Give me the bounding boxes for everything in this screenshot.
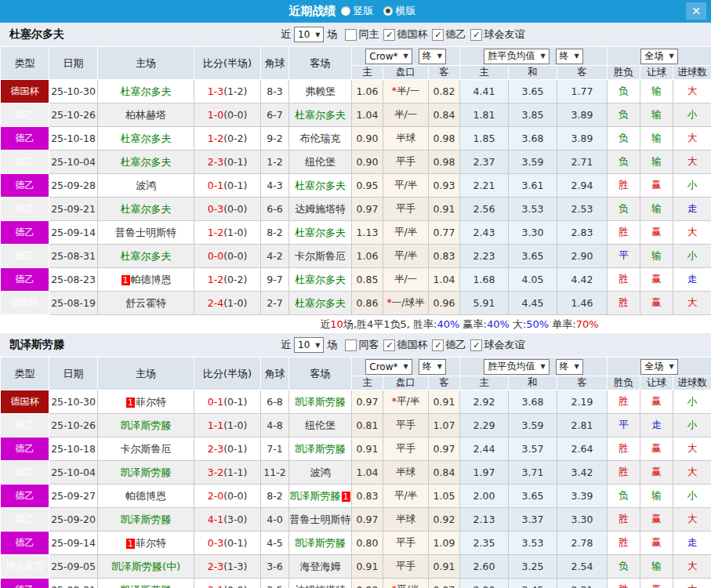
match-count-select[interactable]: 10▼: [294, 337, 324, 353]
odds-away: 1.07: [429, 414, 460, 437]
winloss-result: 平: [608, 414, 640, 437]
match-row: 德乙25-10-04凯泽斯劳滕3-2(1-1)11-2波鸿1.04半球0.841…: [1, 461, 711, 485]
checkbox-checked-icon[interactable]: ✓: [383, 29, 395, 41]
odds-home: 0.90: [352, 151, 383, 174]
odds-line: 平/半: [383, 174, 429, 198]
odds-final-select[interactable]: 终▼: [419, 359, 446, 375]
odds-line: 平/半: [383, 485, 429, 508]
team-label: 卡尔斯鲁厄: [121, 443, 172, 455]
halftime-score: (1-0): [223, 297, 247, 309]
avg-final-select[interactable]: 终▼: [556, 49, 583, 64]
handicap-result: 赢: [640, 174, 673, 198]
col-odds-line: 盘口: [383, 376, 429, 390]
competition-type: 德乙: [1, 174, 49, 198]
away-team: 凯泽斯劳滕: [289, 532, 352, 555]
home-team: 凯泽斯劳滕: [98, 508, 194, 532]
odds-line: 半/一: [383, 268, 429, 292]
col-goals: 进球数: [673, 376, 711, 390]
winloss-result: 胜: [608, 579, 640, 588]
team-label: 杜塞尔多夫: [295, 180, 346, 191]
avg-away: 2.90: [557, 245, 608, 268]
team-label: 凯泽斯劳滕: [295, 396, 346, 408]
home-team: 杜塞尔多夫: [98, 198, 194, 221]
avg-away: 3.89: [557, 103, 608, 127]
odds-line: 平手: [383, 414, 429, 437]
team-label: 普鲁士明斯特: [115, 227, 176, 238]
halftime-score: (0-0): [223, 584, 247, 588]
summary-line: 近10场,胜4平1负5, 胜率:40% 赢率:40% 大:50% 单率:70%: [0, 315, 711, 333]
odds-final-select[interactable]: 终▼: [419, 49, 446, 64]
odds-source-select[interactable]: Crow*▼: [365, 49, 412, 64]
chevron-down-icon: ▼: [437, 53, 442, 60]
checkbox-unchecked-icon[interactable]: [345, 29, 357, 41]
avg-away: 2.94: [557, 174, 608, 198]
match-date: 25-10-30: [49, 80, 98, 103]
team-label: 纽伦堡: [305, 419, 336, 431]
chevron-down-icon: ▼: [575, 53, 579, 60]
avg-home: 2.92: [460, 390, 509, 414]
chevron-down-icon: ▼: [403, 363, 408, 370]
odds-away: 0.77: [429, 221, 460, 245]
match-date: 25-10-26: [49, 414, 98, 437]
summary-part: 大:: [510, 318, 527, 330]
avg-type-select[interactable]: 胜平负均值▼: [484, 49, 549, 64]
match-date: 25-10-18: [49, 127, 98, 151]
layout-radio[interactable]: [341, 6, 350, 16]
star-icon: *: [392, 583, 397, 588]
team-label: 菲尔特: [136, 537, 166, 549]
handicap-result: 输: [640, 151, 673, 174]
winloss-result: 负: [608, 151, 640, 174]
close-icon[interactable]: ✕: [686, 2, 706, 20]
match-count-select[interactable]: 10▼: [294, 27, 324, 42]
fulltime-select[interactable]: 全场▼: [640, 359, 677, 375]
odds-home: 1.13: [352, 221, 383, 245]
score: 0-3(0-1): [194, 532, 261, 555]
odds-home: 0.83: [352, 485, 383, 508]
col-date: 日期: [49, 47, 98, 80]
avg-home: 2.44: [460, 437, 509, 461]
team-label: 杜塞尔多夫: [295, 109, 346, 121]
match-date: 25-08-19: [49, 292, 98, 315]
checkbox-checked-icon[interactable]: ✓: [432, 339, 444, 351]
sections-container: 杜塞尔多夫 近 10▼ 场 同主✓德国杯✓德乙✓球会友谊 类型 日期 主场: [0, 23, 711, 588]
col-odds-line: 盘口: [383, 66, 429, 80]
checkbox-checked-icon[interactable]: ✓: [470, 339, 482, 351]
home-team: 杜塞尔多夫: [98, 127, 194, 151]
score: 0-0(0-0): [194, 245, 261, 268]
fulltime-select[interactable]: 全场▼: [640, 49, 677, 64]
competition-type: 德乙: [1, 151, 49, 174]
layout-radio[interactable]: [383, 6, 393, 16]
goals-result: 大: [673, 80, 711, 103]
corner-count: 6-6: [261, 198, 289, 221]
corner-count: 6-8: [261, 390, 289, 414]
fulltime-score: 3-2: [208, 466, 223, 478]
competition-type: 德国杯: [1, 80, 49, 103]
winloss-result: 胜: [608, 292, 640, 315]
avg-final-select[interactable]: 终▼: [556, 359, 583, 375]
avg-type-select[interactable]: 胜平负均值▼: [484, 359, 549, 375]
odds-away: 0.98: [429, 151, 460, 174]
odds-away: 0.91: [429, 555, 460, 579]
odds-away: 0.82: [429, 80, 460, 103]
corner-count: 1-2: [261, 151, 289, 174]
col-winloss: 胜负: [608, 376, 640, 390]
checkbox-checked-icon[interactable]: ✓: [383, 339, 395, 351]
filter-controls: 近 10▼ 场 同主✓德国杯✓德乙✓球会友谊: [281, 27, 524, 42]
summary-part: 近: [320, 318, 330, 330]
avg-home: 2.37: [460, 151, 509, 174]
team-label: 柏林赫塔: [125, 109, 166, 121]
odds-source-select[interactable]: Crow*▼: [365, 359, 412, 375]
home-team: 卡尔斯鲁厄: [98, 437, 194, 461]
score: 2-3(0-1): [194, 151, 261, 174]
goals-result: 大: [673, 555, 711, 579]
avg-away: 2.31: [557, 579, 608, 588]
fulltime-score: 0-1: [208, 180, 223, 191]
avg-draw: 3.53: [509, 532, 557, 555]
checkbox-checked-icon[interactable]: ✓: [470, 29, 482, 41]
match-row: 德乙25-08-31杜塞尔多夫0-0(0-0)4-2卡尔斯鲁厄1.06平/半0.…: [1, 245, 711, 268]
avg-draw: 3.57: [509, 437, 557, 461]
checkbox-checked-icon[interactable]: ✓: [432, 29, 444, 41]
team-section: 凯泽斯劳滕 近 10▼ 场 同客✓德国杯✓德乙✓球会友谊 类型 日期 主场: [0, 333, 711, 588]
col-odds-home: 主: [352, 66, 383, 80]
checkbox-unchecked-icon[interactable]: [345, 339, 357, 351]
